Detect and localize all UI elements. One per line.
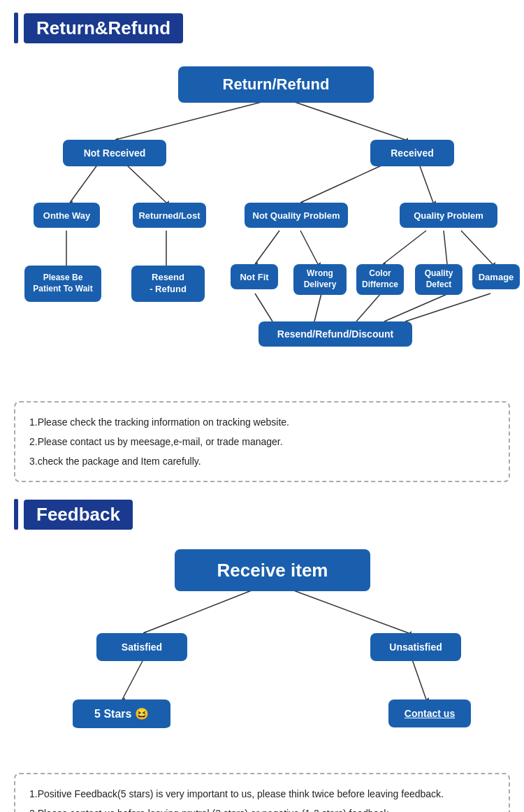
svg-line-4 xyxy=(70,164,98,203)
svg-line-12 xyxy=(300,164,384,203)
node-damage: Damage xyxy=(472,264,520,289)
info-line-3: 3.check the package and Item carefully. xyxy=(29,451,495,471)
feedback-info-line-1: 1.Positive Feedback(5 stars) is very imp… xyxy=(29,784,495,804)
svg-line-32 xyxy=(143,589,255,633)
node-five-stars: 5 Stars 😆 xyxy=(73,699,170,730)
return-refund-info: 1.Please check the tracking information … xyxy=(14,401,510,482)
return-refund-flowchart: Return/Refund Not Received Received Onth… xyxy=(14,56,510,391)
node-wrong-delivery: Wrong Delivery xyxy=(293,264,347,295)
node-quality-problem: Quality Problem xyxy=(400,203,497,228)
node-unsatisfied: Unsatisfied xyxy=(370,633,461,661)
feedback-title: Feedback xyxy=(24,500,133,530)
svg-line-2 xyxy=(286,99,405,140)
node-resend-refund-left: Resend - Refund xyxy=(131,266,205,302)
feedback-info-line-2: 2.Please contact us before leaving nrutr… xyxy=(29,804,495,812)
node-on-the-way: Onthe Way xyxy=(34,203,100,228)
svg-line-34 xyxy=(290,589,409,633)
return-refund-title: Return&Refund xyxy=(24,13,183,43)
return-refund-section: Return&Refund xyxy=(14,13,510,482)
feedback-flowchart: Receive item Satisfied Unsatisfied 5 Sta… xyxy=(14,542,510,787)
feedback-section: Feedback Receive item Satisfied Unsatisf… xyxy=(14,499,510,812)
section-bar-2 xyxy=(14,499,18,530)
svg-line-18 xyxy=(300,231,318,264)
node-satisfied: Satisfied xyxy=(96,633,187,661)
svg-line-6 xyxy=(126,164,166,203)
svg-line-16 xyxy=(255,231,279,264)
svg-line-28 xyxy=(356,293,381,321)
node-received: Received xyxy=(370,140,454,166)
node-root-return: Return/Refund xyxy=(178,66,374,103)
svg-line-0 xyxy=(115,99,272,140)
info-line-2: 2.Please contact us by meesage,e-mail, o… xyxy=(29,432,495,451)
node-color-diff: Color Differnce xyxy=(356,264,404,295)
svg-line-20 xyxy=(383,231,426,264)
svg-line-22 xyxy=(444,231,447,264)
svg-line-36 xyxy=(122,660,143,699)
svg-line-14 xyxy=(419,164,433,203)
node-contact-us[interactable]: Contact us xyxy=(388,699,471,727)
node-not-quality: Not Quality Problem xyxy=(245,203,348,228)
node-quality-defect: Quality Defect xyxy=(415,264,463,295)
svg-line-30 xyxy=(405,293,490,321)
feedback-header: Feedback xyxy=(14,499,510,530)
node-returned-lost: Returned/Lost xyxy=(133,203,206,228)
svg-line-27 xyxy=(314,293,321,321)
svg-line-29 xyxy=(384,293,449,321)
section-bar xyxy=(14,13,18,43)
svg-line-38 xyxy=(412,660,426,699)
node-resend-refund-discount: Resend/Refund/Discount xyxy=(259,321,412,347)
node-not-received: Not Received xyxy=(63,140,166,166)
node-not-fit: Not Fit xyxy=(231,264,278,289)
svg-line-24 xyxy=(461,231,493,264)
node-please-wait: Please Be Patient To Wait xyxy=(24,266,101,302)
svg-line-26 xyxy=(255,293,272,321)
info-line-1: 1.Please check the tracking information … xyxy=(29,412,495,432)
node-receive-item: Receive item xyxy=(175,549,370,591)
return-refund-header: Return&Refund xyxy=(14,13,510,43)
